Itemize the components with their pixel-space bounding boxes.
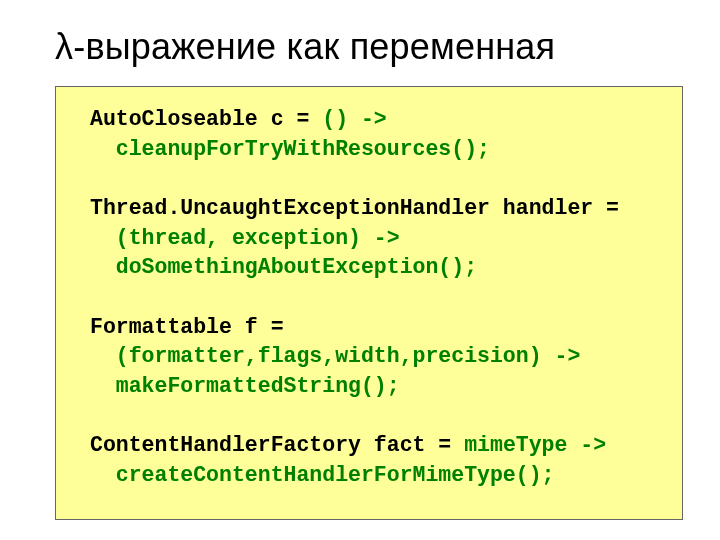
code-block: AutoCloseable c = () -> cleanupForTryWit… — [55, 86, 683, 520]
slide: λ-выражение как переменная AutoCloseable… — [0, 0, 720, 540]
code-line-highlight: cleanupForTryWithResources(); — [90, 137, 490, 161]
code-line-highlight: () -> — [322, 107, 387, 131]
code-line-highlight: doSomethingAboutException(); — [90, 255, 477, 279]
code-line-highlight: createContentHandlerForMimeType(); — [90, 463, 554, 487]
code-line: Formattable f = — [90, 315, 284, 339]
slide-title: λ-выражение как переменная — [55, 26, 690, 68]
code-line: ContentHandlerFactory fact = — [90, 433, 464, 457]
code-line-highlight: makeFormattedString(); — [90, 374, 400, 398]
code-line-highlight: mimeType -> — [464, 433, 606, 457]
code-line: AutoCloseable c = — [90, 107, 322, 131]
code-line: Thread.UncaughtExceptionHandler handler … — [90, 196, 619, 220]
code-line-highlight: (thread, exception) -> — [90, 226, 400, 250]
code-line-highlight: (formatter,flags,width,precision) -> — [90, 344, 580, 368]
